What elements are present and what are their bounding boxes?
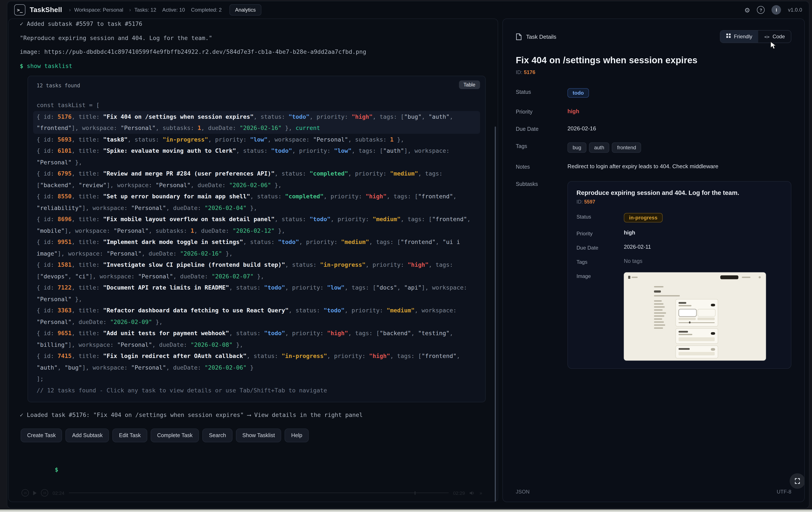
player-playhead[interactable] (415, 491, 415, 495)
field-priority: Priority high (516, 108, 791, 115)
task-row[interactable]: { id: 7122, title: "Document API rate li… (33, 282, 480, 305)
code-line: "reliability"], workspace: "Personal", d… (37, 202, 476, 213)
help-button[interactable]: Help (285, 428, 309, 442)
tasklist-output-block: 12 tasks found Table const taskList = [ … (28, 76, 486, 402)
code-line: { id: 7415, title: "Fix login redirect a… (37, 350, 476, 362)
code-line: { id: 6101, title: "Spike: evaluate movi… (37, 145, 476, 156)
breadcrumb: ›Workspace: Personal›Tasks: 12Active: 10… (69, 7, 222, 13)
edit-task-button[interactable]: Edit Task (113, 428, 147, 442)
subtask-card[interactable]: Reproduce expiring session and 404. Log … (568, 181, 791, 369)
breadcrumb-item: Active: 10 (162, 7, 185, 13)
tag-chip: auth (589, 143, 609, 153)
task-row[interactable]: { id: 8696, title: "Fix mobile layout ov… (33, 213, 480, 236)
code-line: "Personal", dueDate: "2026-02-09" }, (37, 316, 476, 327)
task-row[interactable]: { id: 5693, title: "task8", status: "in-… (33, 133, 480, 145)
player-time-total: 02:29 (453, 490, 465, 495)
task-row[interactable]: { id: 3363, title: "Refactor dashboard d… (33, 305, 480, 327)
version-label: v1.0.0 (788, 7, 802, 13)
subtask-priority-row: Priority high (577, 230, 782, 237)
task-row[interactable]: { id: 9651, title: "Add unit tests for p… (33, 327, 480, 350)
panel-header-left: Task Details (516, 33, 556, 40)
app-title: TaskShell (30, 6, 62, 14)
top-bar: >_ TaskShell ›Workspace: Personal›Tasks:… (7, 1, 809, 19)
toggle-friendly[interactable]: Friendly (720, 31, 758, 42)
terminal-line: image: https://pub-dbdbdc41c897410599f4e… (20, 46, 487, 57)
task-row[interactable]: { id: 6101, title: "Spike: evaluate movi… (33, 145, 480, 168)
grid-icon (726, 34, 728, 35)
code-line: { id: 8696, title: "Fix mobile layout ov… (37, 213, 476, 225)
code-line: { id: 6795, title: "Review and merge PR … (37, 168, 476, 179)
format-label: JSON (516, 489, 529, 495)
task-row[interactable]: { id: 9951, title: "Implement dark mode … (33, 236, 480, 259)
skip-back-icon[interactable]: 15 (22, 489, 29, 496)
skip-forward-icon[interactable]: 15 (41, 489, 48, 496)
play-icon[interactable] (33, 491, 37, 495)
task-row[interactable]: { id: 6795, title: "Review and merge PR … (33, 168, 480, 190)
code-line: "Personal" }, (37, 293, 476, 305)
table-view-button[interactable]: Table (459, 81, 480, 89)
task-row[interactable]: { id: 7415, title: "Fix login redirect a… (33, 350, 480, 373)
player-progress-bar[interactable] (69, 493, 449, 493)
code-line: { id: 1581, title: "Investigate slow CI … (37, 259, 476, 270)
view-toggle: Friendly <> Code (720, 30, 791, 43)
code-line: { id: 5693, title: "task8", status: "in-… (37, 133, 476, 145)
due-date-value: 2026-02-16 (568, 125, 596, 132)
subtask-image-thumbnail[interactable] (624, 272, 766, 361)
topbar-right: ⚙ ? I v1.0.0 (745, 5, 802, 14)
encoding-label: UTF-8 (777, 489, 791, 495)
terminal-scrollbar[interactable] (495, 126, 496, 502)
analytics-badge[interactable]: Analytics (230, 4, 261, 16)
player-time-current: 02:24 (53, 490, 64, 495)
code-line: { id: 9651, title: "Add unit tests for p… (37, 327, 476, 339)
fast-forward-icon[interactable]: » (480, 490, 482, 495)
add-subtask-button[interactable]: Add Subtask (66, 428, 109, 442)
subtask-title: Reproduce expiring session and 404. Log … (577, 189, 782, 196)
task-row[interactable]: { id: 1581, title: "Investigate slow CI … (33, 259, 480, 282)
field-notes: Notes Redirect to login after expiry lea… (516, 163, 791, 170)
volume-icon[interactable] (469, 490, 475, 495)
chevron-right-icon: › (69, 7, 71, 13)
code-line: { id: 7122, title: "Document API rate li… (37, 282, 476, 293)
code-line: "frontend"], workspace: "Personal", subt… (37, 122, 476, 133)
terminal-panel: ✓ Added subtask #5597 to task #5176"Repr… (8, 19, 498, 502)
field-status: Status todo (516, 88, 791, 98)
task-details-panel: Task Details Friendly <> Code Fix 404 on (502, 19, 805, 502)
complete-task-button[interactable]: Complete Task (151, 428, 199, 442)
tag-chips: bugauthfrontend (568, 143, 641, 153)
toggle-code[interactable]: <> Code (758, 31, 791, 42)
chevron-right-icon: › (129, 7, 131, 13)
screen: >_ TaskShell ›Workspace: Personal›Tasks:… (0, 0, 812, 512)
scan-expand-button[interactable] (790, 473, 805, 489)
subtask-status-badge: in-progress (624, 213, 663, 222)
panel-status-bar: JSON UTF-8 (516, 489, 791, 495)
video-player-overlay: 15 15 02:24 02:29 » (22, 489, 482, 496)
tasklist-count-label: 12 tasks found (37, 81, 476, 90)
subtask-id: ID: 5597 (577, 199, 782, 204)
avatar[interactable]: I (772, 5, 781, 14)
search-button[interactable]: Search (203, 428, 232, 442)
code-line: { id: 5176, title: "Fix 404 on /settings… (37, 111, 476, 122)
notes-value: Redirect to login after expiry leads to … (568, 163, 718, 170)
help-icon[interactable]: ? (757, 6, 765, 14)
task-row[interactable]: { id: 5176, title: "Fix 404 on /settings… (33, 111, 480, 133)
show-tasklist-button[interactable]: Show Tasklist (236, 428, 281, 442)
mouse-cursor (770, 41, 777, 50)
tag-chip: frontend (612, 143, 641, 153)
breadcrumb-item: Workspace: Personal (74, 7, 123, 13)
code-line: "Personal" }, (37, 156, 476, 168)
gear-icon[interactable]: ⚙ (745, 7, 750, 13)
code-line: // 12 tasks found - Click any task to vi… (37, 385, 476, 396)
task-row[interactable]: { id: 8550, title: "Set up error boundar… (33, 190, 480, 213)
code-line: "mobile"], workspace: "Personal", subtas… (37, 225, 476, 236)
code-line: "auth", "bug"], workspace: "Personal", d… (37, 362, 476, 373)
create-task-button[interactable]: Create Task (21, 428, 62, 442)
subtask-tags-row: Tags No tags (577, 258, 782, 265)
code-line: ["devops", "ci"], workspace: "Personal",… (37, 270, 476, 282)
terminal-logo-icon: >_ (14, 4, 25, 16)
code-tail: ];// 12 tasks found - Click any task to … (37, 373, 476, 396)
breadcrumb-item: Completed: 2 (191, 7, 222, 13)
code-line: "billing"], workspace: "Personal", dueDa… (37, 339, 476, 350)
field-subtasks: Subtasks Reproduce expiring session and … (516, 180, 791, 369)
terminal-prompt[interactable]: $ (20, 452, 487, 487)
code-line: { id: 3363, title: "Refactor dashboard d… (37, 305, 476, 316)
